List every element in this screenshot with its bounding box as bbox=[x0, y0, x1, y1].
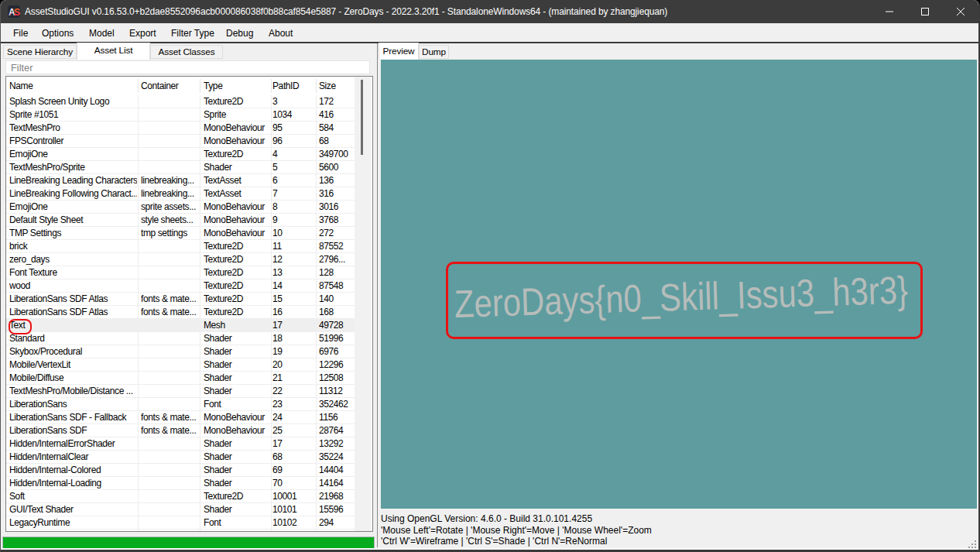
svg-text:S: S bbox=[14, 7, 20, 18]
